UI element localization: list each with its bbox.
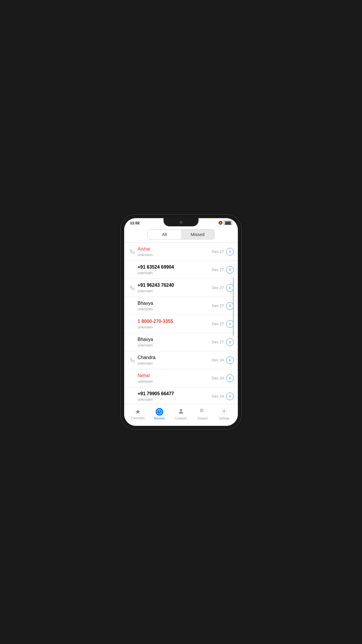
nav-label-contacts: Contacts	[175, 417, 187, 420]
nav-item-recents[interactable]: Recents	[149, 408, 170, 420]
call-item[interactable]: Bhavya unknown Dec 27 i	[124, 297, 238, 315]
call-type: unknown	[138, 289, 212, 293]
call-date: Dec 24	[212, 358, 224, 362]
svg-point-12	[201, 411, 202, 412]
call-info: Nehal unknown	[138, 373, 212, 384]
call-type: unknown	[138, 307, 212, 311]
call-date: Dec 27	[212, 322, 224, 326]
nav-item-favourites[interactable]: ★ Favourites	[127, 408, 149, 420]
call-meta: Dec 27 i	[212, 248, 234, 256]
call-meta: Dec 27 i	[212, 284, 234, 292]
call-date: Dec 24	[212, 394, 224, 398]
phone-icon	[128, 249, 136, 254]
nav-item-contacts[interactable]: Contacts	[170, 408, 192, 420]
call-name: Aishai	[138, 246, 212, 252]
phone-screen: 11:02 ✕ 📶 ■ ••• 🔕 ▓▓▓ All Missed	[124, 218, 238, 426]
call-date: Dec 27	[212, 340, 224, 344]
call-list[interactable]: Aishai unknown Dec 27 i +91 63524 69904 …	[124, 243, 238, 404]
call-info: +91 63524 69904 unknown	[138, 264, 212, 275]
status-time: 11:02	[130, 221, 140, 225]
call-date: Dec 27	[212, 267, 224, 272]
bottom-nav: ★ Favourites Recents	[124, 404, 238, 426]
call-info: Aishai unknown	[138, 246, 212, 257]
call-date: Dec 27	[212, 304, 224, 308]
call-item[interactable]: +91 79905 66477 unknown Dec 24 i	[124, 387, 238, 404]
call-item[interactable]: +91 63524 69904 unknown Dec 27 i	[124, 261, 238, 279]
notch	[164, 218, 198, 226]
call-item[interactable]: 1 8000-270-3355 unknown Dec 27 i	[124, 315, 238, 333]
call-meta: Dec 27 i	[212, 302, 234, 310]
call-type: unknown	[138, 361, 212, 365]
svg-point-9	[201, 410, 202, 411]
call-info: 1 8000-270-3355 unknown	[138, 318, 212, 329]
tabs-container: All Missed	[124, 226, 238, 242]
call-meta: Dec 24 i	[212, 393, 234, 400]
call-type: unknown	[138, 253, 212, 257]
call-date: Dec 27	[212, 286, 224, 290]
call-meta: Dec 27 i	[212, 266, 234, 274]
call-type: unknown	[138, 379, 212, 384]
grid-icon	[199, 408, 206, 416]
tab-missed[interactable]: Missed	[181, 230, 214, 239]
nav-item-settings[interactable]: Settings	[213, 408, 235, 420]
call-info: Bhavya unknown	[138, 300, 212, 311]
call-info: Chandra unknown	[138, 355, 212, 365]
call-info: Bhavya unknown	[138, 337, 212, 347]
nav-label-favourites: Favourites	[131, 416, 145, 420]
nav-label-keypad: Keypad	[198, 417, 208, 420]
gear-icon	[221, 408, 228, 416]
clock-icon	[155, 408, 164, 416]
info-button[interactable]: i	[226, 374, 234, 382]
phone-icon	[128, 358, 136, 363]
call-item[interactable]: +91 96243 76240 unknown Dec 27 i	[124, 279, 238, 297]
svg-point-8	[200, 410, 201, 411]
call-item[interactable]: Nehal unknown Dec 24 i	[124, 369, 238, 387]
call-name: Bhavya	[138, 337, 212, 343]
info-button[interactable]: i	[226, 356, 234, 364]
svg-point-13	[203, 411, 203, 412]
info-button[interactable]: i	[226, 393, 234, 400]
call-name: Nehal	[138, 373, 212, 379]
call-item[interactable]: Aishai unknown Dec 27 i	[124, 243, 238, 261]
info-button[interactable]: i	[226, 338, 234, 346]
svg-point-4	[180, 409, 182, 411]
phone-frame: 11:02 ✕ 📶 ■ ••• 🔕 ▓▓▓ All Missed	[121, 215, 241, 429]
nav-label-recents: Recents	[154, 417, 165, 420]
call-info: +91 79905 66477 unknown	[138, 391, 212, 402]
call-item[interactable]: Chandra unknown Dec 24 i	[124, 351, 238, 369]
svg-point-10	[203, 410, 203, 411]
call-name: Chandra	[138, 355, 212, 361]
info-button[interactable]: i	[226, 266, 234, 274]
nav-item-keypad[interactable]: Keypad	[192, 408, 213, 420]
call-type: unknown	[138, 397, 212, 402]
call-meta: Dec 27 i	[212, 338, 234, 346]
person-icon	[178, 408, 184, 416]
call-type: unknown	[138, 271, 212, 275]
phone-icon	[128, 286, 136, 290]
scroll-indicator	[233, 278, 234, 336]
call-meta: Dec 24 i	[212, 356, 234, 364]
call-info: +91 96243 76240 unknown	[138, 282, 212, 293]
call-date: Dec 27	[212, 249, 224, 254]
battery-icon: ▓▓▓	[224, 221, 232, 225]
call-name: 1 8000-270-3355	[138, 318, 212, 325]
camera	[180, 221, 182, 224]
call-name: Bhavya	[138, 300, 212, 307]
call-date: Dec 24	[212, 376, 224, 380]
nav-label-settings: Settings	[219, 417, 229, 420]
call-item[interactable]: Bhavya unknown Dec 27 i	[124, 333, 238, 351]
tabs: All Missed	[147, 229, 215, 239]
svg-point-5	[200, 409, 201, 410]
call-name: +91 79905 66477	[138, 391, 212, 397]
info-button[interactable]: i	[226, 248, 234, 256]
svg-point-7	[203, 409, 203, 410]
call-meta: Dec 24 i	[212, 374, 234, 382]
mute-icon: 🔕	[218, 221, 223, 225]
star-icon: ★	[135, 408, 141, 416]
svg-point-14	[223, 410, 225, 412]
status-icons-right: 🔕 ▓▓▓	[218, 221, 232, 225]
tab-all[interactable]: All	[148, 230, 181, 239]
call-name: +91 63524 69904	[138, 264, 212, 270]
call-type: unknown	[138, 325, 212, 329]
call-name: +91 96243 76240	[138, 282, 212, 288]
